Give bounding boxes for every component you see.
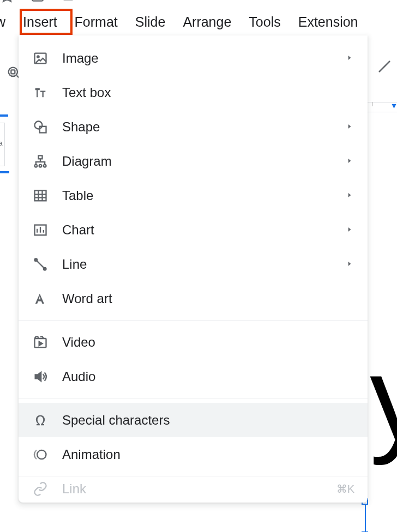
- omega-icon: [32, 412, 49, 429]
- line-tool-icon[interactable]: [376, 58, 393, 77]
- chevron-right-icon: [346, 54, 354, 63]
- svg-point-1: [9, 68, 17, 76]
- menu-slide[interactable]: Slide: [127, 10, 175, 34]
- insert-diagram[interactable]: Diagram: [19, 144, 368, 178]
- diagram-icon: [32, 153, 49, 170]
- menu-format[interactable]: Format: [66, 10, 127, 34]
- insert-link-label: Link: [62, 481, 323, 497]
- animation-icon: [32, 446, 49, 463]
- insert-diagram-label: Diagram: [62, 154, 333, 169]
- shape-icon: [32, 118, 49, 136]
- insert-table[interactable]: Table: [19, 178, 368, 213]
- menu-arrange[interactable]: Arrange: [174, 10, 240, 34]
- insert-shape[interactable]: Shape: [19, 110, 368, 144]
- annotation-highlight-insert: [20, 9, 73, 35]
- cloud-status-icon[interactable]: [61, 0, 75, 5]
- insert-line-label: Line: [62, 257, 333, 272]
- insert-animation[interactable]: Animation: [19, 437, 368, 471]
- link-icon: [32, 481, 49, 497]
- move-to-folder-icon[interactable]: [31, 0, 45, 5]
- title-bar: entation: [0, 0, 397, 3]
- separator: [19, 476, 368, 476]
- thumbnail-fragment[interactable]: a: [0, 114, 14, 169]
- svg-point-14: [44, 267, 46, 270]
- insert-link[interactable]: Link ⌘K: [19, 481, 368, 497]
- insert-dropdown: Image Text box Shape Diagram: [19, 35, 368, 503]
- svg-point-9: [39, 164, 42, 167]
- shortcut-label: ⌘K: [336, 482, 354, 495]
- menu-extensions[interactable]: Extension: [290, 10, 367, 34]
- insert-special-characters-label: Special characters: [62, 413, 354, 428]
- canvas-text-peek: y: [370, 330, 397, 468]
- separator: [19, 320, 368, 321]
- insert-audio-label: Audio: [62, 369, 354, 384]
- insert-special-characters[interactable]: Special characters: [19, 403, 368, 437]
- insert-video-label: Video: [62, 335, 354, 350]
- insert-shape-label: Shape: [62, 119, 333, 135]
- textbox-icon: [32, 84, 49, 101]
- chart-icon: [32, 221, 49, 239]
- insert-word-art[interactable]: Word art: [19, 281, 368, 316]
- wordart-icon: [32, 290, 49, 307]
- svg-point-16: [37, 450, 46, 458]
- insert-audio[interactable]: Audio: [19, 359, 368, 394]
- svg-rect-2: [11, 70, 15, 74]
- svg-rect-6: [40, 126, 46, 132]
- insert-image[interactable]: Image: [19, 41, 368, 75]
- insert-word-art-label: Word art: [62, 291, 354, 306]
- ruler-fragment: [367, 102, 397, 124]
- separator: [19, 398, 368, 398]
- insert-image-label: Image: [62, 51, 333, 66]
- svg-point-4: [37, 56, 39, 58]
- svg-point-10: [44, 164, 46, 167]
- insert-video[interactable]: Video: [19, 325, 368, 359]
- insert-line[interactable]: Line: [19, 247, 368, 281]
- line-icon: [32, 256, 49, 273]
- menu-item-fragment[interactable]: w: [0, 10, 14, 34]
- menu-tools[interactable]: Tools: [240, 10, 289, 34]
- insert-chart-label: Chart: [62, 222, 333, 238]
- svg-marker-0: [1, 0, 13, 2]
- svg-rect-11: [35, 190, 46, 201]
- star-outline-icon[interactable]: [0, 0, 14, 5]
- table-icon: [32, 187, 49, 204]
- selection-handles[interactable]: [361, 501, 369, 532]
- svg-rect-7: [39, 155, 43, 159]
- chevron-right-icon: [346, 157, 354, 166]
- insert-text-box-label: Text box: [62, 85, 354, 100]
- audio-icon: [32, 368, 49, 385]
- chevron-right-icon: [346, 123, 354, 131]
- svg-point-8: [35, 164, 38, 167]
- image-icon: [32, 50, 49, 67]
- chevron-right-icon: [346, 226, 354, 234]
- svg-point-5: [35, 121, 43, 129]
- insert-text-box[interactable]: Text box: [19, 75, 368, 110]
- insert-chart[interactable]: Chart: [19, 213, 368, 247]
- chevron-right-icon: [346, 260, 354, 269]
- insert-animation-label: Animation: [62, 447, 354, 462]
- content-area: a Image Text box Shape: [0, 35, 397, 529]
- title-icons: [0, 0, 75, 5]
- video-icon: [32, 334, 49, 351]
- insert-table-label: Table: [62, 188, 333, 203]
- svg-point-13: [35, 258, 38, 261]
- chevron-right-icon: [346, 191, 354, 200]
